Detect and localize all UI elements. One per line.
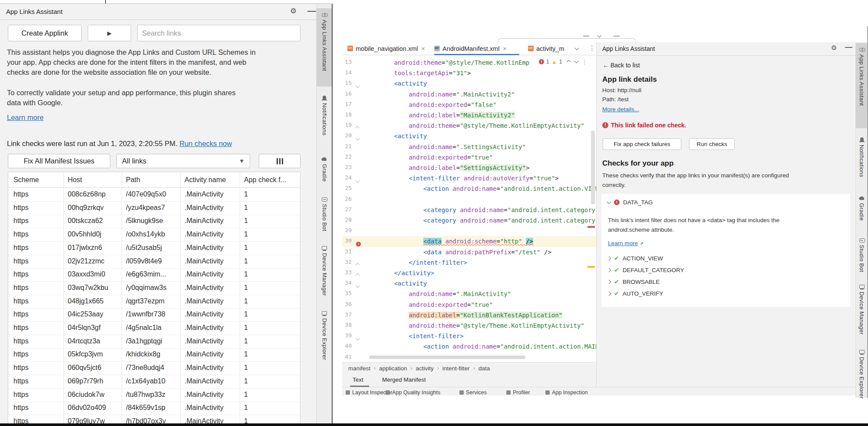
next-issue-icon[interactable] xyxy=(574,59,578,63)
horizontal-scrollbar[interactable] xyxy=(369,356,525,359)
search-input[interactable] xyxy=(137,25,300,41)
table-row[interactable]: https05kfcp3jvm/khidckix8g.MainActivity1 xyxy=(8,348,300,362)
code-line-30[interactable]: 30!<data android:scheme="http" /> xyxy=(342,236,596,246)
breadcrumb-item-manifest[interactable]: manifest xyxy=(348,365,370,372)
close-icon[interactable]: × xyxy=(421,45,425,52)
table-row[interactable]: https069p7r79rh/c1x64yab10.MainActivity1 xyxy=(8,375,300,389)
code-line-40[interactable]: 40<action android:name="android.intent.a… xyxy=(342,341,596,352)
table-row[interactable]: https00tskcza62/5lknugk9se.MainActivity1 xyxy=(8,214,300,228)
table-row[interactable]: https060qv5jct6/73ne8udqj4.MainActivity1 xyxy=(8,361,300,375)
inspection-widget[interactable]: ! 1 ▲ 1 ⋮ xyxy=(537,57,595,67)
table-row[interactable]: https048jg1x665/qgrt37ezpm.MainActivity1 xyxy=(8,295,300,309)
passed-check-browsable[interactable]: ✔BROWSABLE xyxy=(607,278,660,285)
code-line-26[interactable]: 26 xyxy=(342,194,596,205)
code-line-24[interactable]: 24<intent-filter android:autoVerify="tru… xyxy=(342,173,596,183)
minimize-icon[interactable]: — xyxy=(307,6,316,16)
breadcrumb[interactable]: manifest›application›activity›intent-fil… xyxy=(342,362,596,374)
error-stripe-mark[interactable] xyxy=(587,226,595,228)
editor-tab-activity-m[interactable]: activity_m xyxy=(528,42,570,55)
column-header-host[interactable]: Host xyxy=(68,172,82,187)
table-row[interactable]: https03wq7w2kbu/y0qqimaw3s.MainActivity1 xyxy=(8,281,300,295)
table-row[interactable]: https00v5hhld0j/o0xhs14ykb.MainActivity1 xyxy=(8,228,300,242)
links-filter-dropdown[interactable]: All links ▼ xyxy=(116,154,250,168)
code-line-21[interactable]: 21android:name=".SettingsActivity" xyxy=(342,142,596,152)
column-header-app-check-f-[interactable]: App check f... xyxy=(244,172,286,187)
links-table-header[interactable]: SchemeHostPathActivity nameApp check f..… xyxy=(8,172,300,188)
tool-strip-tab-gradle[interactable]: Gradle xyxy=(317,156,332,182)
minimize-icon[interactable]: — xyxy=(845,43,852,52)
table-row[interactable]: https06ciudok7w/tu87hwp33z.MainActivity1 xyxy=(8,388,300,402)
bottom-bar-item-app-inspection[interactable]: App Inspection xyxy=(545,389,588,396)
code-line-29[interactable]: 29 xyxy=(342,226,596,236)
manifest-tab-merged-manifest[interactable]: Merged Manifest xyxy=(382,376,426,383)
table-row[interactable]: https04ic253aay/1wwnfbr738.MainActivity1 xyxy=(8,308,300,322)
panel-header[interactable]: App Links Assistant ⚙ — xyxy=(597,42,855,56)
column-header-path[interactable]: Path xyxy=(126,172,140,187)
breadcrumb-item-application[interactable]: application xyxy=(379,365,407,372)
tool-strip-tab-studio-bot[interactable]: Studio Bot xyxy=(317,196,332,231)
table-row[interactable]: https03axxd3mi0/e6g63mim....MainActivity… xyxy=(8,268,300,282)
tab-options-kebab-icon[interactable]: ⋮ xyxy=(589,44,595,52)
gear-icon[interactable]: ⚙ xyxy=(290,7,297,16)
fix-app-check-failures-button[interactable]: Fix app check failures xyxy=(603,138,681,150)
bottom-bar-item-services[interactable]: Services xyxy=(459,389,487,396)
fold-icon[interactable] xyxy=(356,263,360,267)
inspection-menu-icon[interactable]: ⋮ xyxy=(582,59,587,65)
code-line-36[interactable]: 36android:exported="true" xyxy=(342,300,596,310)
bottom-bar-item-profiler[interactable]: Profiler xyxy=(506,389,530,396)
columns-button[interactable] xyxy=(259,154,300,168)
ide-bottom-toolbar[interactable]: Layout InspectorApp Quality InsightsServ… xyxy=(342,387,855,396)
expand-chevron-icon[interactable] xyxy=(607,280,611,284)
passed-check-action_view[interactable]: ✔ACTION_VIEW xyxy=(607,255,663,262)
code-line-38[interactable]: 38android:theme="@style/Theme.KotlinEmpt… xyxy=(342,320,596,331)
vertical-scrollbar[interactable] xyxy=(591,130,595,204)
tab-list-chevron-icon[interactable] xyxy=(575,46,579,50)
close-icon[interactable]: × xyxy=(503,45,506,52)
more-details-link[interactable]: More details... xyxy=(602,106,639,113)
passed-check-default_category[interactable]: ✔DEFAULT_CATEGORY xyxy=(607,266,684,273)
breadcrumb-item-intent-filter[interactable]: intent-filter xyxy=(442,365,470,372)
tool-strip-tab-device-explorer[interactable]: Device Explorer xyxy=(856,349,868,399)
code-line-28[interactable]: 28<category android:name="android.intent… xyxy=(342,215,596,226)
fold-icon[interactable] xyxy=(356,336,360,341)
tool-strip-tab-app-links-assistant[interactable]: App Links Assistant xyxy=(317,12,332,71)
links-table-body[interactable]: https008c6z68np/407e09q5x0.MainActivity1… xyxy=(8,188,300,426)
breadcrumb-item-activity[interactable]: activity xyxy=(416,365,434,372)
code-line-23[interactable]: 23android:label="SettingsActivity"> xyxy=(342,163,596,173)
tool-strip-tab-device-explorer[interactable]: Device Explorer xyxy=(317,310,332,360)
code-line-35[interactable]: 35android:name=".MainActivity" xyxy=(342,289,596,299)
table-row[interactable]: https017jwlxzn6/u5t2usab5j.MainActivity1 xyxy=(8,241,300,255)
fold-icon[interactable] xyxy=(356,273,360,278)
bottom-bar-item-app-quality-insights[interactable]: App Quality Insights xyxy=(386,389,440,396)
collapse-icon[interactable] xyxy=(607,200,611,204)
code-line-14[interactable]: 14tools:targetApi="31"> xyxy=(342,68,596,78)
tool-strip-tab-app-links-assistant[interactable]: App Links Assistant xyxy=(856,47,868,106)
warning-stripe-mark[interactable] xyxy=(587,266,595,268)
table-row[interactable]: https008c6z68np/407e09q5x0.MainActivity1 xyxy=(8,188,300,202)
tool-strip-tab-device-manager[interactable]: Device Manager xyxy=(856,284,868,335)
tool-strip-tab-gradle[interactable]: Gradle xyxy=(856,195,868,221)
breadcrumb-item-data[interactable]: data xyxy=(479,365,490,372)
code-line-25[interactable]: 25<action android:name="android.intent.a… xyxy=(342,183,596,194)
column-header-activity-name[interactable]: Activity name xyxy=(185,172,226,187)
code-line-18[interactable]: 18android:label="MainActivity2" xyxy=(342,110,596,120)
prev-issue-icon[interactable] xyxy=(566,60,571,64)
gear-icon[interactable]: ⚙ xyxy=(831,44,837,52)
table-row[interactable]: https04rtcqtz3a/3a1hgptqgi.MainActivity1 xyxy=(8,335,300,349)
table-row[interactable]: https02jv21zzmc/l059v8t4e9.MainActivity1 xyxy=(8,255,300,269)
fold-icon[interactable] xyxy=(356,136,360,141)
tool-strip-tab-device-manager[interactable]: Device Manager xyxy=(317,245,332,296)
learn-more-link[interactable]: Learn more xyxy=(7,113,43,122)
expand-chevron-icon[interactable] xyxy=(607,268,611,272)
run-play-button[interactable]: ▶ xyxy=(88,25,131,41)
run-checks-button[interactable]: Run checks xyxy=(689,138,735,150)
code-line-32[interactable]: 32</intent-filter> xyxy=(342,257,596,268)
column-header-scheme[interactable]: Scheme xyxy=(13,172,39,187)
code-line-22[interactable]: 22android:exported="true" xyxy=(342,152,596,163)
code-editor[interactable]: 13android:theme="@style/Theme.KotlinEmp1… xyxy=(342,55,596,362)
fold-icon[interactable] xyxy=(356,126,360,130)
code-line-17[interactable]: 17android:exported="false" xyxy=(342,100,596,110)
code-line-33[interactable]: 33</activity> xyxy=(342,268,596,278)
window-titlebar[interactable]: App Links Assistant ⚙ — xyxy=(0,4,316,20)
tool-strip-tab-notifications[interactable]: Notifications xyxy=(317,95,332,136)
